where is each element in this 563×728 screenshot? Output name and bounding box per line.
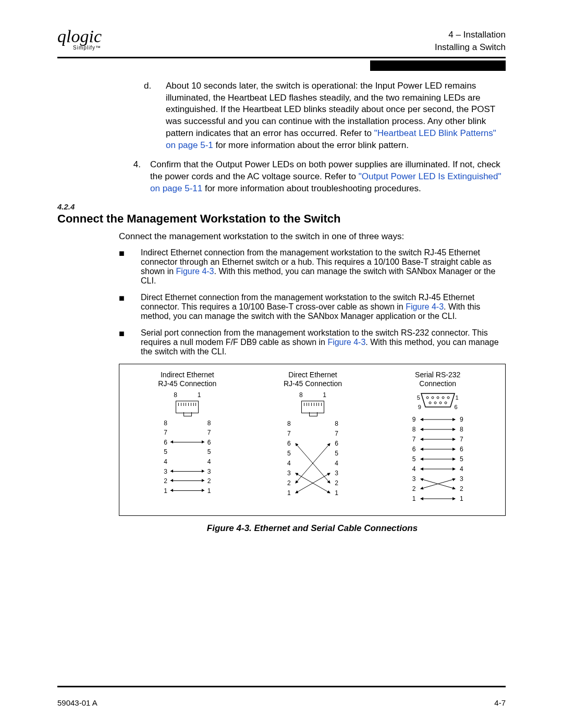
- header-chapter: 4 – Installation: [435, 29, 506, 41]
- fig-col-title1: Serial RS-232: [415, 371, 460, 379]
- header-section: Installing a Switch: [435, 41, 506, 54]
- crossover-lines-icon: [284, 418, 341, 501]
- wiremap-serial: 99 88 77 66 55 44 33 22 11: [409, 414, 467, 507]
- step-content: Confirm that the Output Power LEDs on bo…: [150, 159, 506, 195]
- substep-marker: d.: [141, 80, 166, 152]
- footer-rule: [57, 686, 506, 687]
- footer-docnum: 59043-01 A: [57, 698, 97, 707]
- bullet-square-icon: ■: [119, 293, 141, 321]
- substep-d: d. About 10 seconds later, the switch is…: [141, 80, 506, 152]
- wiremap-direct: 88 77 66 55 44 33 22 11: [284, 418, 341, 501]
- rj45-pin-labels: 81: [299, 391, 326, 399]
- svg-point-11: [434, 402, 436, 404]
- link-figure-4-3[interactable]: Figure 4-3: [327, 338, 365, 347]
- bullet-serial-port: ■ Serial port connection from the manage…: [119, 328, 506, 356]
- svg-point-10: [429, 402, 431, 404]
- substep-text-post: for more information about the error bli…: [213, 140, 409, 150]
- bullet-indirect-ethernet: ■ Indirect Ethernet connection from the …: [119, 248, 506, 286]
- header-rule: [57, 57, 506, 58]
- svg-marker-4: [421, 393, 455, 407]
- fig-col-title1: Indirect Ethernet: [161, 371, 214, 379]
- svg-point-6: [432, 397, 434, 399]
- rj45-connector-icon: [301, 401, 324, 413]
- fig-col-indirect: Indirect Ethernet RJ-45 Connection 81 88…: [158, 371, 216, 507]
- figure-4-3: Indirect Ethernet RJ-45 Connection 81 88…: [119, 364, 506, 516]
- footer-pagenum: 4-7: [494, 698, 506, 707]
- rj45-connector-icon: [176, 401, 199, 413]
- fig-col-direct: Direct Ethernet RJ-45 Connection 81: [284, 371, 342, 507]
- section-number: 4.2.4: [57, 202, 506, 211]
- fig-col-title2: RJ-45 Connection: [284, 379, 342, 388]
- svg-point-8: [442, 397, 444, 399]
- fig-col-title1: Direct Ethernet: [288, 371, 337, 379]
- serial-lines-icon: [409, 414, 467, 507]
- svg-point-13: [445, 402, 447, 404]
- logo-text: qlogic: [57, 29, 102, 45]
- bullet-square-icon: ■: [119, 248, 141, 286]
- bullet-square-icon: ■: [119, 328, 141, 356]
- svg-point-9: [447, 397, 449, 399]
- step-text-post: for more information about troubleshooti…: [202, 183, 421, 193]
- svg-point-12: [439, 402, 442, 404]
- rj45-pin-labels: 81: [174, 391, 201, 399]
- section-title: Connect the Management Workstation to th…: [57, 212, 506, 226]
- fig-col-title2: Connection: [419, 379, 456, 388]
- db9-labels: 5 1 9 6: [417, 391, 459, 411]
- brand-logo: qlogic Simplify™: [57, 29, 102, 51]
- step-marker: 4.: [119, 159, 150, 195]
- wiremap-indirect: 88 77 66 55 44 33 22 11: [164, 418, 211, 496]
- step-4: 4. Confirm that the Output Power LEDs on…: [119, 159, 506, 195]
- fig-col-serial: Serial RS-232 Connection 5 1 9 6: [409, 371, 467, 507]
- section-intro: Connect the management workstation to th…: [119, 231, 506, 243]
- link-figure-4-3[interactable]: Figure 4-3: [406, 302, 444, 311]
- db9-connector-icon: [417, 391, 459, 410]
- substep-content: About 10 seconds later, the switch is op…: [166, 80, 506, 152]
- header-tab-block: [370, 60, 506, 71]
- bullet-direct-ethernet: ■ Direct Ethernet connection from the ma…: [119, 293, 506, 321]
- link-figure-4-3[interactable]: Figure 4-3: [176, 267, 214, 276]
- svg-point-7: [437, 397, 439, 399]
- fig-col-title2: RJ-45 Connection: [158, 379, 216, 388]
- header-location: 4 – Installation Installing a Switch: [435, 29, 506, 54]
- logo-tagline: Simplify™: [73, 45, 102, 51]
- figure-caption: Figure 4-3. Ethernet and Serial Cable Co…: [119, 523, 506, 534]
- svg-point-5: [426, 397, 429, 399]
